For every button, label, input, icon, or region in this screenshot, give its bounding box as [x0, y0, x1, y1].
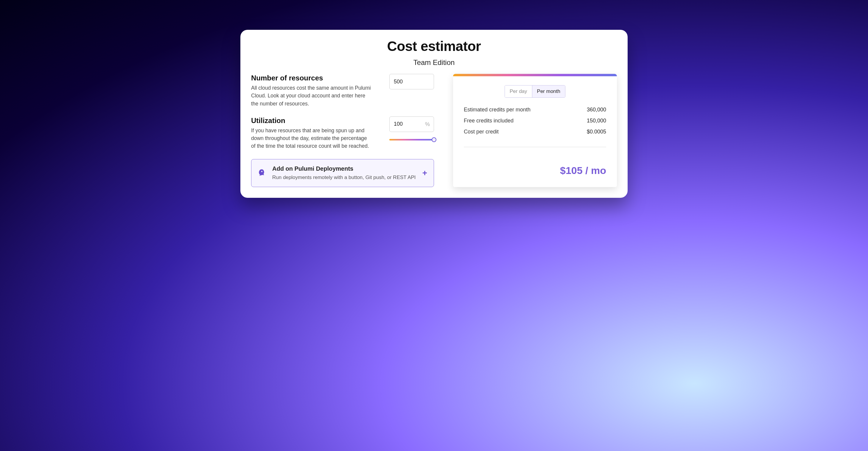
line-value: $0.0005: [587, 129, 606, 135]
slider-track: [389, 139, 434, 140]
resources-description: All cloud resources cost the same amount…: [251, 84, 371, 108]
page-title: Cost estimator: [251, 38, 617, 54]
line-label: Estimated credits per month: [464, 107, 530, 113]
utilization-title: Utilization: [251, 117, 371, 125]
summary-accent-bar: [453, 74, 617, 76]
line-label: Free credits included: [464, 118, 514, 124]
line-label: Cost per credit: [464, 129, 499, 135]
toggle-per-month[interactable]: Per month: [532, 86, 565, 97]
addon-title: Add on Pulumi Deployments: [272, 165, 416, 172]
utilization-description: If you have resources that are being spu…: [251, 127, 371, 150]
period-toggle: Per day Per month: [464, 85, 606, 98]
addon-deployments[interactable]: Add on Pulumi Deployments Run deployment…: [251, 159, 434, 187]
cost-estimator-card: Cost estimator Team Edition Number of re…: [240, 30, 628, 198]
toggle-per-day[interactable]: Per day: [505, 86, 532, 97]
resources-input[interactable]: [389, 74, 434, 89]
rocket-icon: [258, 169, 266, 178]
line-item: Free credits included 150,000: [464, 118, 606, 124]
line-value: 360,000: [587, 107, 606, 113]
resources-title: Number of resources: [251, 74, 371, 82]
utilization-slider[interactable]: [389, 137, 434, 142]
resources-section: Number of resources All cloud resources …: [251, 74, 434, 108]
slider-thumb[interactable]: [432, 137, 436, 142]
line-value: 150,000: [587, 118, 606, 124]
utilization-section: Utilization If you have resources that a…: [251, 117, 434, 150]
line-item: Cost per credit $0.0005: [464, 129, 606, 135]
plus-icon: +: [423, 168, 427, 178]
summary-divider: [464, 147, 606, 147]
total-cost: $105 / mo: [464, 162, 606, 176]
addon-description: Run deployments remotely with a button, …: [272, 174, 416, 181]
line-item: Estimated credits per month 360,000: [464, 107, 606, 113]
summary-panel: Per day Per month Estimated credits per …: [453, 74, 617, 187]
page-subtitle: Team Edition: [251, 58, 617, 67]
utilization-input[interactable]: [389, 117, 434, 132]
